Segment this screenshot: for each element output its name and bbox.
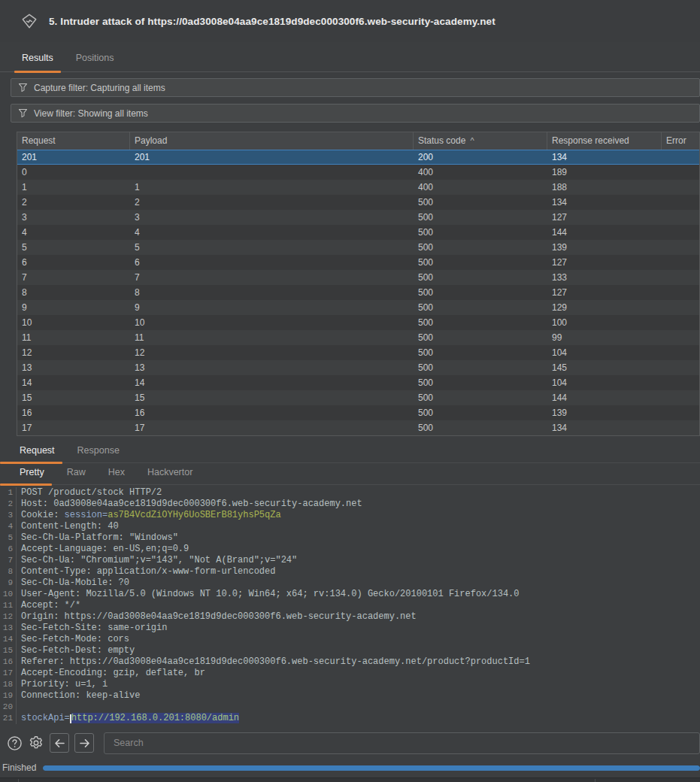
table-cell: 5 <box>130 240 414 255</box>
table-row[interactable]: 201201200134 <box>17 150 699 165</box>
view-filter-bar[interactable]: View filter: Showing all items <box>11 104 700 123</box>
line-number: 5 <box>0 532 17 544</box>
table-cell: 500 <box>414 210 547 225</box>
table-cell: 9 <box>130 300 414 315</box>
results-table-header[interactable]: RequestPayloadStatus code^Response recei… <box>17 132 699 150</box>
table-row[interactable]: 22500134 <box>17 195 699 210</box>
table-cell: 144 <box>547 225 662 240</box>
tab-positions[interactable]: Positions <box>65 45 126 71</box>
table-cell: 16 <box>17 405 130 420</box>
table-cell: 14 <box>130 375 414 390</box>
column-header[interactable]: Payload <box>130 132 414 150</box>
table-cell <box>662 390 699 405</box>
table-cell: 7 <box>17 270 130 285</box>
table-row[interactable]: 1515500144 <box>17 390 699 405</box>
help-icon[interactable] <box>7 735 23 751</box>
table-row[interactable]: 1010500100 <box>17 315 699 330</box>
column-header[interactable]: Error <box>662 132 699 150</box>
table-cell: 188 <box>547 180 662 195</box>
table-cell: 4 <box>130 225 414 240</box>
line-number: 13 <box>0 623 17 634</box>
table-cell: 8 <box>17 285 130 300</box>
text-segment: Sec-Fetch-Dest: empty <box>21 645 135 656</box>
table-cell <box>662 375 699 390</box>
line-text: Sec-Ch-Ua-Mobile: ?0 <box>17 577 129 589</box>
table-cell: 10 <box>130 315 414 330</box>
search-input[interactable] <box>104 732 700 754</box>
table-cell <box>662 195 699 210</box>
table-row[interactable]: 88500127 <box>17 285 699 300</box>
column-header[interactable]: Status code^ <box>414 132 547 150</box>
tab-hackvertor[interactable]: Hackvertor <box>136 460 204 484</box>
capture-filter-bar[interactable]: Capture filter: Capturing all items <box>11 78 700 97</box>
table-cell: 12 <box>17 345 130 360</box>
table-cell: 7 <box>130 270 414 285</box>
table-cell: 5 <box>17 240 130 255</box>
table-cell: 201 <box>17 150 130 165</box>
table-cell: 3 <box>17 210 130 225</box>
table-row[interactable]: 11400188 <box>17 180 699 195</box>
text-segment: Content-Type: application/x-www-form-url… <box>21 566 275 577</box>
tab-raw[interactable]: Raw <box>56 460 97 484</box>
table-row[interactable]: 1414500104 <box>17 375 699 390</box>
settings-gear-icon[interactable] <box>28 735 44 751</box>
tab-response[interactable]: Response <box>66 438 131 462</box>
table-cell <box>662 150 699 165</box>
editor-line: 7Sec-Ch-Ua: "Chromium";v="143", "Not A(B… <box>0 555 700 566</box>
table-cell: 11 <box>17 330 130 345</box>
table-row[interactable]: 1717500134 <box>17 420 699 435</box>
table-row[interactable]: 55500139 <box>17 240 699 255</box>
line-text: Sec-Fetch-Mode: cors <box>17 634 129 645</box>
table-cell: 14 <box>17 375 130 390</box>
text-segment: User-Agent: Mozilla/5.0 (Windows NT 10.0… <box>21 589 520 599</box>
table-cell: 8 <box>130 285 414 300</box>
line-text: Host: 0ad3008e04aa9ce1819d9dec000300f6.w… <box>17 499 362 510</box>
table-row[interactable]: 33500127 <box>17 210 699 225</box>
next-button[interactable] <box>74 733 94 753</box>
tab-pretty[interactable]: Pretty <box>0 460 56 484</box>
line-number: 6 <box>0 544 17 555</box>
tab-results[interactable]: Results <box>11 45 65 71</box>
table-row[interactable]: 1313500145 <box>17 360 699 375</box>
editor-line: 5Sec-Ch-Ua-Platform: "Windows" <box>0 532 700 544</box>
title-bar: 5. Intruder attack of https://0ad3008e04… <box>0 0 700 42</box>
table-row[interactable]: 0400189 <box>17 165 699 180</box>
text-segment: as7B4VcdZiOYHy6UoSBErB81yhsP5qZa <box>108 510 280 520</box>
line-number: 11 <box>0 600 17 611</box>
table-row[interactable]: 1616500139 <box>17 405 699 420</box>
table-cell: 139 <box>547 240 662 255</box>
text-segment: session= <box>65 510 108 520</box>
editor-line: 10User-Agent: Mozilla/5.0 (Windows NT 10… <box>0 589 700 600</box>
editor-line: 13Sec-Fetch-Site: same-origin <box>0 623 700 634</box>
table-cell: 15 <box>130 390 414 405</box>
previous-button[interactable] <box>50 733 69 753</box>
table-cell: 200 <box>414 150 547 165</box>
editor-line: 6Accept-Language: en-US,en;q=0.9 <box>0 544 700 555</box>
view-filter-label: View filter: Showing all items <box>34 108 148 119</box>
line-text: stockApi=http://192.168.0.201:8080/admin <box>17 713 239 724</box>
table-row[interactable]: 111150099 <box>17 330 699 345</box>
column-header[interactable]: Response received <box>547 132 662 150</box>
table-row[interactable]: 44500144 <box>17 225 699 240</box>
attack-progress-row: Finished <box>0 758 700 777</box>
table-cell: 13 <box>130 360 414 375</box>
table-row[interactable]: 1212500104 <box>17 345 699 360</box>
results-table: RequestPayloadStatus code^Response recei… <box>17 132 700 436</box>
table-cell: 127 <box>547 285 662 300</box>
tab-hex[interactable]: Hex <box>97 460 136 484</box>
table-cell: 134 <box>547 420 662 435</box>
line-number: 14 <box>0 634 17 645</box>
line-number: 12 <box>0 611 17 623</box>
table-row[interactable]: 66500127 <box>17 255 699 270</box>
table-row[interactable]: 77500133 <box>17 270 699 285</box>
tab-request[interactable]: Request <box>0 438 66 462</box>
line-text: Sec-Ch-Ua-Platform: "Windows" <box>17 532 178 544</box>
request-editor[interactable]: 1POST /product/stock HTTP/22Host: 0ad300… <box>0 485 700 723</box>
table-cell: 104 <box>547 375 662 390</box>
sort-ascending-icon: ^ <box>470 136 474 145</box>
table-cell: 400 <box>414 165 547 180</box>
table-row[interactable]: 99500129 <box>17 300 699 315</box>
table-cell: 500 <box>414 300 547 315</box>
column-header[interactable]: Request <box>17 132 130 150</box>
line-number: 19 <box>0 690 17 702</box>
